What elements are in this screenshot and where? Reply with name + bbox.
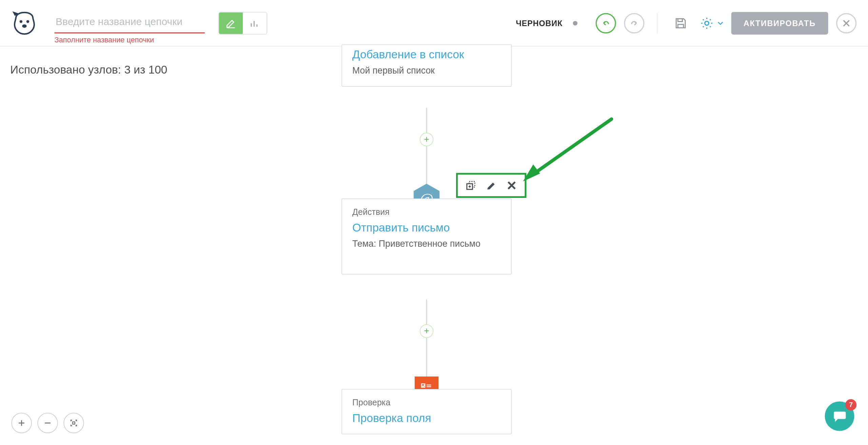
zoom-controls bbox=[11, 413, 84, 433]
svg-point-3 bbox=[705, 21, 709, 25]
add-node-button[interactable]: + bbox=[420, 133, 433, 146]
node-subtitle: Мой первый список bbox=[342, 63, 511, 86]
zoom-in-button[interactable] bbox=[11, 413, 32, 433]
delete-node-button[interactable] bbox=[506, 179, 518, 192]
node-subtitle: Тема: Приветственное письмо bbox=[342, 237, 511, 259]
stats-mode-button[interactable] bbox=[243, 12, 267, 34]
settings-button[interactable] bbox=[699, 16, 723, 30]
status-dot-icon bbox=[573, 21, 577, 25]
redo-button[interactable] bbox=[624, 13, 644, 33]
chat-icon bbox=[832, 409, 847, 423]
logo-icon bbox=[11, 10, 37, 36]
svg-marker-7 bbox=[523, 164, 540, 181]
divider bbox=[657, 13, 657, 33]
node-header: Действия bbox=[342, 199, 511, 218]
svg-point-0 bbox=[20, 20, 22, 23]
flow-node-start[interactable]: Добавление в список Мой первый список bbox=[341, 44, 512, 86]
edit-node-button[interactable] bbox=[485, 179, 497, 192]
zoom-out-button[interactable] bbox=[37, 413, 58, 433]
annotation-arrow-icon bbox=[521, 115, 617, 183]
flow-node-action[interactable]: Действия Отправить письмо Тема: Приветст… bbox=[341, 199, 512, 275]
view-mode-toggle bbox=[218, 12, 267, 34]
duplicate-node-button[interactable] bbox=[465, 179, 477, 192]
node-title: Проверка поля bbox=[342, 408, 511, 434]
nodes-count-label: Использовано узлов: 3 из 100 bbox=[10, 63, 167, 76]
connector-line bbox=[426, 299, 427, 389]
node-header: Проверка bbox=[342, 389, 511, 408]
node-title: Добавление в список bbox=[342, 45, 511, 63]
chevron-down-icon bbox=[717, 20, 723, 26]
gear-icon bbox=[699, 16, 714, 30]
flow-canvas[interactable]: Использовано узлов: 3 из 100 Добавление … bbox=[0, 46, 868, 444]
fit-view-button[interactable] bbox=[63, 413, 84, 433]
chat-button[interactable]: 7 bbox=[825, 401, 854, 431]
close-button[interactable] bbox=[836, 13, 856, 33]
node-title: Отправить письмо bbox=[342, 218, 511, 236]
chain-name-input[interactable] bbox=[55, 13, 205, 34]
activate-button[interactable]: АКТИВИРОВАТЬ bbox=[731, 12, 828, 34]
status-label: ЧЕРНОВИК bbox=[516, 18, 563, 27]
save-button[interactable] bbox=[670, 12, 691, 34]
edit-mode-button[interactable] bbox=[219, 12, 243, 34]
undo-button[interactable] bbox=[595, 13, 616, 33]
chat-badge: 7 bbox=[845, 399, 856, 410]
svg-rect-10 bbox=[73, 422, 75, 424]
svg-point-2 bbox=[22, 24, 26, 27]
add-node-button[interactable]: + bbox=[420, 324, 433, 338]
flow-node-check[interactable]: Проверка Проверка поля bbox=[341, 389, 512, 434]
chain-name-error: Заполните название цепочки bbox=[55, 36, 154, 44]
app-header: Заполните название цепочки ЧЕРНОВИК bbox=[0, 0, 868, 46]
svg-point-1 bbox=[26, 20, 29, 23]
chain-name-field-wrap: Заполните название цепочки bbox=[55, 13, 205, 34]
node-action-toolbar bbox=[456, 173, 526, 198]
